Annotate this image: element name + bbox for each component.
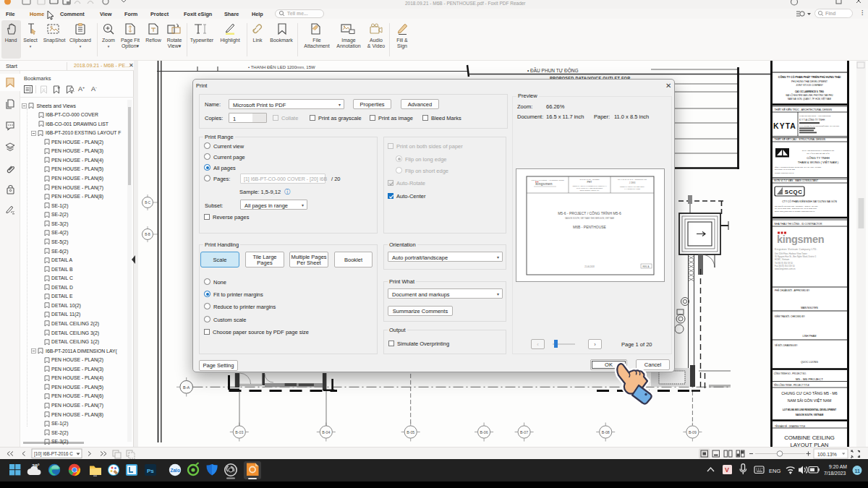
svg-text:CÔNG TY TNHH: CÔNG TY TNHH xyxy=(807,156,830,160)
svg-text:CIVIL AND STRUCTURAL CONSULTAN: CIVIL AND STRUCTURAL CONSULTANT xyxy=(802,150,835,152)
svg-text:JOINT STOCK COMPANY: JOINT STOCK COMPANY xyxy=(796,84,824,87)
svg-text:CONG TY CO PHAN KIEM DINH: CONG TY CO PHAN KIEM DINH xyxy=(620,186,644,187)
svg-text:Zalo: Zalo xyxy=(171,468,180,473)
svg-text:www.kingsmen.com.vn: www.kingsmen.com.vn xyxy=(775,267,796,270)
svg-text:CÔNG TY CỔ PHẦN PHÁT TRIỂN PHÚ: CÔNG TY CỔ PHẦN PHÁT TRIỂN PHÚ HƯNG THÁI xyxy=(778,75,841,79)
svg-text:9:20 AM: 9:20 AM xyxy=(829,464,847,469)
svg-text:REV. A: REV. A xyxy=(643,265,650,268)
svg-text:B-05: B-05 xyxy=(407,430,414,435)
svg-text:• ĐẦU PHUN TỰ ĐỘNG: • ĐẦU PHUN TỰ ĐỘNG xyxy=(527,67,579,73)
svg-text:KIỂM TRA BỞI- CHECKED BY:: KIỂM TRA BỞI- CHECKED BY: xyxy=(775,314,805,318)
svg-text:NAM SÀI GÒN VIỆT NAM: NAM SÀI GÒN VIỆT NAM xyxy=(788,398,831,403)
svg-text:Fax (84 8) 350 159 50: Fax (84 8) 350 159 50 xyxy=(775,265,795,267)
svg-text:2018.09.21 - M6B - PENTHOUSE.p: 2018.09.21 - M6B - PENTHOUSE.pdf - Foxit… xyxy=(405,1,526,7)
svg-text:Website: www.twvn.com.vn: Website: www.twvn.com.vn xyxy=(775,172,794,174)
svg-text:• THANH ĐÈN LED 1200mm, 15W: • THANH ĐÈN LED 1200mm, 15W xyxy=(248,65,315,69)
svg-text:VỂ BỞI- DRAWING BY:: VỂ BỞI- DRAWING BY: xyxy=(775,343,798,347)
svg-text:SAIGON SOUTH, VIETNAM: SAIGON SOUTH, VIETNAM xyxy=(796,414,824,416)
svg-text:COMBINE CEILING: COMBINE CEILING xyxy=(784,435,835,441)
svg-text:TƯ VẤN THIẾT KẾ KẾT CẤU: TƯ VẤN THIẾT KẾ KẾT CẤU xyxy=(807,153,830,155)
svg-text:Kingsmen Vietnam Company LTD.: Kingsmen Vietnam Company LTD. xyxy=(775,248,817,251)
svg-text:B-A: B-A xyxy=(183,385,190,390)
svg-text:XAY DUNG SAI GON: XAY DUNG SAI GON xyxy=(624,188,640,189)
svg-text:ĐẠI LỘ NGUYỄN VĂN LINH, PHƯỜNG: ĐẠI LỘ NGUYỄN VĂN LINH, PHƯỜNG TÂN PHÚ xyxy=(786,93,833,97)
svg-text:HCMC, Vietnam: HCMC, Vietnam xyxy=(775,258,790,261)
svg-text:M5-6 - PROJECT / CÔNG TRÌNH M5: M5-6 - PROJECT / CÔNG TRÌNH M5-6 xyxy=(558,211,621,215)
svg-text:11: 11 xyxy=(855,468,861,474)
svg-text:THIẾT KẾ KẾT CẤU - STRUCTURAL: THIẾT KẾ KẾT CẤU - STRUCTURAL DESIGN xyxy=(775,137,826,141)
svg-text:TÊN CÔNG TRÌNH - PROJECT TITLE: TÊN CÔNG TRÌNH - PROJECT TITLE xyxy=(774,383,810,387)
svg-text:THAM & WONG ( VIỆT NAM ): THAM & WONG ( VIỆT NAM ) xyxy=(798,160,839,164)
svg-text:B-03: B-03 xyxy=(235,430,243,435)
svg-text:LAYOUT PLAN: LAYOUT PLAN xyxy=(790,442,828,448)
svg-text:TU VAN GIAM SAT - CONSULTANT: TU VAN GIAM SAT - CONSULTANT xyxy=(618,179,647,181)
svg-text:JOINT STOCK COMPANY: JOINT STOCK COMPANY xyxy=(579,189,600,191)
svg-text:SAIGON SOUTH, VIET NAM / NHO B: SAIGON SOUTH, VIET NAM / NHO BEN GON, VI… xyxy=(565,217,614,220)
svg-text:CHUNG CƯ CAO TẦNG M5 - M6: CHUNG CƯ CAO TẦNG M5 - M6 xyxy=(781,391,838,395)
svg-text:CAO ỐC LAWRENCE S. TING: CAO ỐC LAWRENCE S. TING xyxy=(795,90,825,93)
svg-text:M5 - M6 PROJECT: M5 - M6 PROJECT xyxy=(796,377,823,381)
svg-text:21-06-2018: 21-06-2018 xyxy=(584,265,595,268)
svg-text:B-C: B-C xyxy=(145,201,151,205)
svg-text:B-06: B-06 xyxy=(480,430,488,435)
svg-text:MAN NGUYEN: MAN NGUYEN xyxy=(801,307,818,309)
svg-text:V: V xyxy=(725,466,729,474)
svg-text:NAM SÀI GÒN, QUẬN 7, TP. HCM,: NAM SÀI GÒN, QUẬN 7, TP. HCM, VIỆT NAM xyxy=(788,97,832,100)
svg-text:PHU HUNG THAI DEVELOPMENT: PHU HUNG THAI DEVELOPMENT xyxy=(576,187,603,189)
svg-text:B-07: B-07 xyxy=(520,430,528,435)
svg-text:PHÊ CHUẨN BỞI - APPROVED BY:: PHÊ CHUẨN BỞI - APPROVED BY: xyxy=(775,288,810,292)
svg-text:100.13%: 100.13% xyxy=(817,452,837,457)
svg-text:CONG TY CO PHAT TRIEN PHU HUNG: CONG TY CO PHAT TRIEN PHU HUNG THAI xyxy=(572,185,607,187)
svg-text:J 1993: J 1993 xyxy=(629,181,636,184)
svg-text:B-04: B-04 xyxy=(322,430,330,435)
svg-text:B-B: B-B xyxy=(145,233,150,236)
svg-text:THIET KE KIEN TRUC - ARCHITEC: THIET KE KIEN TRUC - ARCHITECTURE xyxy=(799,115,831,116)
svg-text:B-08: B-08 xyxy=(602,430,610,435)
svg-text:Tel: (84-8) 3930 0731 - 3930: Tel: (84-8) 3930 0731 - 3930 5934 Fax: (… xyxy=(775,207,817,209)
svg-text:kingsmen: kingsmen xyxy=(777,234,824,245)
svg-text:[10] I6B-PT-2016 C: [10] I6B-PT-2016 C xyxy=(34,451,73,457)
svg-text:KYTA: KYTA xyxy=(773,121,796,130)
svg-text:LOT M5-M6 MIX-USE RESIDENTIA: LOT M5-M6 MIX-USE RESIDENTIAL DEVELOPMEN… xyxy=(783,408,836,411)
svg-text:B-09: B-09 xyxy=(689,430,697,435)
svg-text:PHU HUNG THAI DEVELOPMENT: PHU HUNG THAI DEVELOPMENT xyxy=(791,80,827,83)
svg-text:M6B - PENTHOUSE: M6B - PENTHOUSE xyxy=(573,225,607,229)
svg-text:CÔNG TRÌNH SỐ - PROJECT NO.: CÔNG TRÌNH SỐ - PROJECT NO. xyxy=(774,372,807,375)
svg-text:ĐƠN VỊ TƯ VẤN - MAIN CONSULTA: ĐƠN VỊ TƯ VẤN - MAIN CONSULTANT xyxy=(775,179,819,182)
svg-text:K Y T A CÔNG TY TNHH: K Y T A CÔNG TY TNHH xyxy=(799,118,825,121)
svg-text:LINH PHAM: LINH PHAM xyxy=(802,335,816,338)
svg-text:ENG: ENG xyxy=(769,468,780,474)
svg-text:CTY CỔ PHẦN KIỂM ĐỊNH XÂY DỰNG: CTY CỔ PHẦN KIỂM ĐỊNH XÂY DỰNG SÀI GÒN xyxy=(782,200,837,203)
svg-text:Ps: Ps xyxy=(147,468,154,474)
svg-text:THIẾT KẾ KIẾN TRÚC - ARCHITEC: THIẾT KẾ KIẾN TRÚC - ARCHITECTURAL DESIG… xyxy=(775,108,833,111)
svg-text:7/18/2023: 7/18/2023 xyxy=(824,471,846,476)
svg-text:NHÀ THẦU THI CÔNG - ID CONTRA: NHÀ THẦU THI CÔNG - ID CONTRACTOR xyxy=(775,222,822,226)
svg-text:PHT: PHT xyxy=(587,181,593,184)
svg-text:TÊN BẢN VỂ - DRAWING TITLE: TÊN BẢN VỂ - DRAWING TITLE xyxy=(775,424,805,428)
svg-text:QUOC LUONG: QUOC LUONG xyxy=(801,361,818,364)
svg-text:SCQC: SCQC xyxy=(785,189,803,195)
